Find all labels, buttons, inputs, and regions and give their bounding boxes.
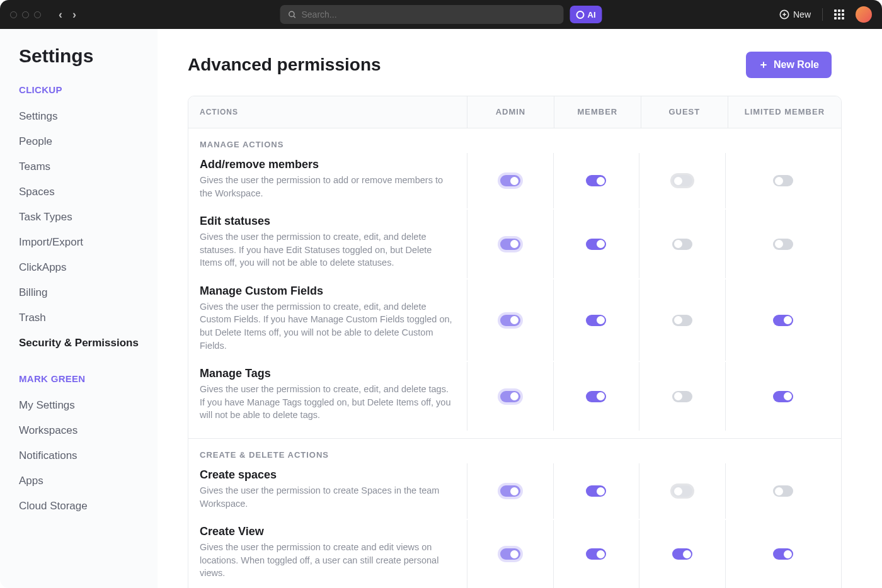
permission-row: Create ViewGives the user the permission… (188, 520, 841, 588)
toggle (500, 391, 520, 402)
window-controls (10, 11, 41, 18)
sidebar-item-apps[interactable]: Apps (19, 468, 149, 494)
divider (822, 8, 823, 21)
plus-icon (779, 9, 789, 20)
group-label: CREATE & DELETE ACTIONS (188, 439, 841, 463)
toggle (500, 239, 520, 250)
permission-description: Gives the user the permission to create … (200, 541, 455, 580)
toggle[interactable] (586, 391, 606, 402)
toggle[interactable] (773, 315, 793, 326)
sidebar-item-billing[interactable]: Billing (19, 280, 149, 305)
back-button[interactable]: ‹ (59, 8, 62, 21)
permission-row: Add/remove membersGives the user the per… (188, 153, 841, 208)
sidebar-item-security-permissions[interactable]: Security & Permissions (19, 331, 149, 356)
sidebar-item-notifications[interactable]: Notifications (19, 443, 149, 468)
svg-line-1 (294, 16, 295, 18)
toggle[interactable] (672, 239, 692, 250)
search-icon (288, 10, 297, 19)
toggle (672, 485, 692, 497)
new-label: New (793, 9, 811, 20)
group-label: MANAGE ACTIONS (188, 128, 841, 153)
permission-description: Gives the user the permission to add or … (200, 174, 455, 200)
svg-point-0 (289, 11, 294, 16)
permission-description: Gives the user the permission to create,… (200, 383, 455, 422)
sidebar-item-import-export[interactable]: Import/Export (19, 230, 149, 255)
toggle (500, 548, 520, 560)
toggle[interactable] (773, 239, 793, 250)
permission-title: Edit statuses (200, 215, 455, 228)
plus-icon (759, 60, 769, 70)
sidebar-item-cloud-storage[interactable]: Cloud Storage (19, 494, 149, 519)
search-input[interactable] (302, 9, 556, 20)
toggle[interactable] (586, 315, 606, 326)
permission-row: Edit statusesGives the user the permissi… (188, 210, 841, 278)
nav-arrows: ‹ › (59, 8, 76, 21)
sidebar-item-teams[interactable]: Teams (19, 154, 149, 179)
table-header: ACTIONS ADMINMEMBERGUESTLIMITED MEMBER (188, 96, 841, 128)
new-role-label: New Role (774, 59, 819, 71)
column-limited-member: LIMITED MEMBER (728, 96, 841, 128)
toggle[interactable] (586, 239, 606, 250)
column-guest: GUEST (641, 96, 728, 128)
permission-title: Create View (200, 525, 455, 538)
new-role-button[interactable]: New Role (746, 52, 832, 78)
ai-label: AI (588, 10, 596, 20)
topbar: ‹ › AI New (0, 0, 882, 29)
permission-title: Create spaces (200, 468, 455, 482)
permission-row: Create spacesGives the user the permissi… (188, 463, 841, 519)
page-title: Advanced permissions (188, 55, 381, 75)
column-admin: ADMIN (467, 96, 554, 128)
toggle[interactable] (672, 315, 692, 326)
toggle[interactable] (672, 548, 692, 560)
sidebar-item-settings[interactable]: Settings (19, 104, 149, 129)
permission-description: Gives the user the permission to create,… (200, 300, 455, 352)
permission-description: Gives the user the permission to create … (200, 484, 455, 510)
permissions-table: ACTIONS ADMINMEMBERGUESTLIMITED MEMBER M… (188, 96, 842, 588)
sidebar-section-label: MARK GREEN (19, 373, 149, 384)
toggle (500, 175, 520, 186)
new-button[interactable]: New (779, 9, 811, 20)
forward-button[interactable]: › (72, 8, 76, 21)
toggle[interactable] (773, 175, 793, 186)
sidebar-item-spaces[interactable]: Spaces (19, 179, 149, 205)
sidebar-title: Settings (19, 45, 149, 67)
main: Advanced permissions New Role ACTIONS AD… (158, 29, 882, 588)
permission-description: Gives the user the permission to create,… (200, 230, 455, 269)
permission-title: Add/remove members (200, 158, 455, 171)
sidebar-item-my-settings[interactable]: My Settings (19, 393, 149, 418)
toggle[interactable] (586, 485, 606, 497)
permission-row: Manage TagsGives the user the permission… (188, 362, 841, 431)
sidebar-item-task-types[interactable]: Task Types (19, 205, 149, 230)
sidebar-item-people[interactable]: People (19, 129, 149, 154)
toggle[interactable] (586, 548, 606, 560)
sidebar: Settings CLICKUPSettingsPeopleTeamsSpace… (0, 29, 158, 588)
toggle[interactable] (672, 391, 692, 402)
sidebar-item-trash[interactable]: Trash (19, 305, 149, 331)
toggle[interactable] (773, 391, 793, 402)
sidebar-section-label: CLICKUP (19, 84, 149, 95)
column-member: MEMBER (554, 96, 641, 128)
toggle[interactable] (773, 485, 793, 497)
toggle (500, 485, 520, 497)
permission-title: Manage Tags (200, 367, 455, 380)
toggle (672, 175, 692, 186)
sidebar-item-workspaces[interactable]: Workspaces (19, 418, 149, 443)
toggle[interactable] (586, 175, 606, 186)
ai-button[interactable]: AI (570, 6, 602, 23)
permission-row: Manage Custom FieldsGives the user the p… (188, 280, 841, 361)
permission-title: Manage Custom Fields (200, 285, 455, 298)
avatar[interactable] (856, 6, 872, 23)
column-actions: ACTIONS (188, 96, 467, 128)
sidebar-item-clickapps[interactable]: ClickApps (19, 255, 149, 280)
toggle[interactable] (773, 548, 793, 560)
ai-icon (576, 11, 585, 19)
apps-grid-icon[interactable] (834, 9, 844, 20)
search-input-wrap[interactable] (280, 5, 564, 24)
toggle (500, 315, 520, 326)
